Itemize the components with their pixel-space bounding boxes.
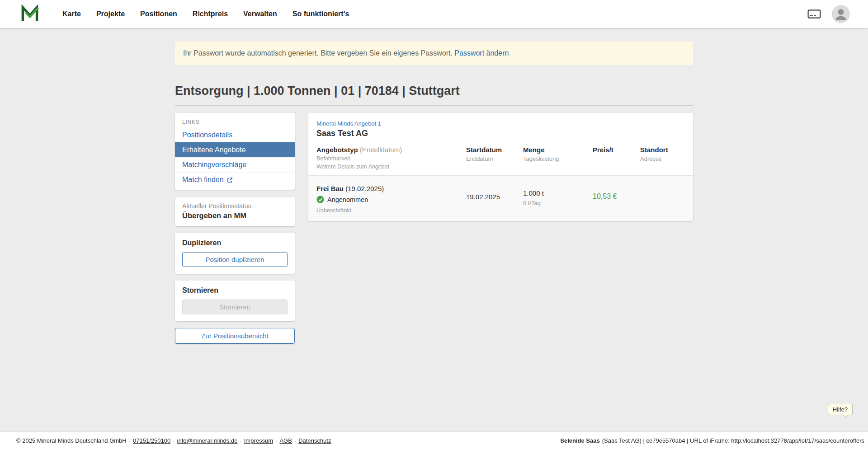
sidebar-item-matchingvorschlaege[interactable]: Matchingvorschläge: [175, 157, 295, 172]
offer-status-label: Angenommen: [327, 196, 368, 203]
position-overview-button[interactable]: Zur Positionsübersicht: [175, 328, 295, 344]
footer-phone-link[interactable]: 07151/250100: [133, 437, 170, 444]
footer-separator: ·: [129, 437, 131, 444]
navbar-right: [807, 5, 850, 23]
footer-separator: ·: [240, 437, 241, 444]
column-sublabel: (Erstelldatum): [360, 146, 402, 154]
offer-accessibility: Unbeschränkt: [316, 207, 466, 214]
offer-type: Frei Bau: [316, 185, 344, 192]
position-status-card: Aktueller Positionsstatus: Übergeben an …: [175, 197, 295, 226]
column-label: Standort: [640, 146, 685, 154]
footer-copyright: © 2025 Mineral Minds Deutschland GmbH: [16, 437, 127, 444]
footer-agb-link[interactable]: AGB: [279, 437, 292, 444]
nav-item-verwalten[interactable]: Verwalten: [243, 10, 277, 18]
offer-amount: 1.000 t: [523, 189, 593, 197]
offer-company-name: Saas Test AG: [316, 129, 685, 138]
cancel-card: Stornieren Stornieren: [175, 281, 295, 321]
nav-item-positionen[interactable]: Positionen: [140, 10, 177, 18]
sidebar-item-label: Matchingvorschläge: [182, 161, 246, 169]
help-button[interactable]: Hilfe?: [828, 404, 853, 415]
column-label: Startdatum: [466, 146, 523, 154]
mineral-minds-logo-icon[interactable]: [20, 4, 40, 24]
sidebar-item-label: Positionsdetails: [182, 131, 232, 139]
user-avatar[interactable]: [832, 5, 850, 23]
footer-separator: ·: [275, 437, 277, 444]
offer-created-date: (19.02.2025): [345, 185, 384, 192]
column-sublabel: Enddatum: [466, 155, 523, 162]
column-preis: Preis/t: [593, 146, 640, 170]
offer-price: 10,53 €: [593, 192, 640, 201]
external-link-icon: [227, 177, 233, 183]
column-menge: Menge Tagesleistung: [523, 146, 593, 170]
sidebar-item-label: Erhaltene Angebote: [182, 146, 246, 154]
footer-session-info: Selenide Saas (Saas Test AG) | ce79e5570…: [560, 437, 864, 444]
cancel-card-title: Stornieren: [182, 286, 288, 295]
page-title: Entsorgung | 1.000 Tonnen | 01 | 70184 |…: [175, 84, 693, 98]
top-navbar: Karte Projekte Positionen Richtpreis Ver…: [0, 0, 868, 28]
position-status-label: Aktueller Positionsstatus:: [182, 202, 288, 210]
footer: © 2025 Mineral Minds Deutschland GmbH · …: [0, 432, 868, 449]
offer-row-type-cell: Frei Bau (19.02.2025) Angenommen: [316, 185, 466, 214]
column-label: Menge: [523, 146, 593, 154]
footer-user-name: Selenide Saas: [560, 437, 599, 444]
change-password-link[interactable]: Passwort ändern: [454, 49, 509, 57]
sidebar-item-erhaltene-angebote[interactable]: Erhaltene Angebote: [175, 142, 295, 157]
offer-row-start-cell: 19.02.2025: [466, 185, 523, 214]
main-content: Ihr Passwort wurde automatisch generiert…: [175, 42, 693, 344]
footer-session-details: (Saas Test AG) | ce79e5570ab4 | URL of i…: [602, 437, 864, 444]
nav-item-projekte[interactable]: Projekte: [96, 10, 125, 18]
column-weitere-details: Weitere Details zum Angebot: [316, 164, 466, 170]
duplicate-position-button[interactable]: Position duplizieren: [182, 252, 288, 267]
footer-datenschutz-link[interactable]: Datenschutz: [298, 437, 331, 444]
column-angebotstyp: Angebotstyp (Erstelldatum) Befahrbarkeit…: [316, 146, 466, 170]
links-card: LINKS Positionsdetails Erhaltene Angebot…: [175, 113, 295, 190]
offer-status: Angenommen: [316, 196, 466, 203]
sidebar-item-positionsdetails[interactable]: Positionsdetails: [175, 128, 295, 142]
offer-card: Mineral Minds Angebot 1 Saas Test AG Ang…: [308, 113, 693, 221]
password-alert-text: Ihr Passwort wurde automatisch generiert…: [183, 49, 453, 57]
column-befahrbarkeit: Befahrbarkeit: [316, 155, 466, 162]
column-startdatum: Startdatum Enddatum: [466, 146, 523, 170]
column-label: Preis/t: [593, 146, 640, 154]
footer-separator: ·: [294, 437, 296, 444]
column-standort: Standort Adresse: [640, 146, 685, 170]
offer-table-header: Angebotstyp (Erstelldatum) Befahrbarkeit…: [308, 146, 693, 175]
footer-left: © 2025 Mineral Minds Deutschland GmbH · …: [16, 437, 331, 444]
sidebar-item-match-finden[interactable]: Match finden: [175, 172, 295, 187]
offer-row-location-cell: [640, 185, 685, 214]
password-alert: Ihr Passwort wurde automatisch generiert…: [175, 42, 693, 65]
nav-item-richtpreis[interactable]: Richtpreis: [193, 10, 228, 18]
offer-card-header: Mineral Minds Angebot 1 Saas Test AG: [308, 113, 693, 138]
footer-separator: ·: [173, 437, 175, 444]
main-nav: Karte Projekte Positionen Richtpreis Ver…: [62, 10, 349, 18]
cancel-position-button[interactable]: Stornieren: [182, 299, 288, 314]
column-sublabel: Adresse: [640, 155, 685, 162]
nav-item-so-funktionierts[interactable]: So funktioniert's: [292, 10, 349, 18]
column-label: Angebotstyp: [316, 146, 358, 154]
payment-card-icon[interactable]: [807, 9, 821, 19]
duplicate-card: Duplizieren Position duplizieren: [175, 233, 295, 274]
position-status-value: Übergeben an MM: [182, 211, 288, 220]
nav-item-karte[interactable]: Karte: [62, 10, 81, 18]
sidebar-item-label: Match finden: [182, 176, 224, 184]
offer-row[interactable]: Frei Bau (19.02.2025) Angenommen: [308, 175, 693, 221]
footer-impressum-link[interactable]: Impressum: [244, 437, 273, 444]
check-circle-icon: [316, 196, 324, 203]
left-sidebar: LINKS Positionsdetails Erhaltene Angebot…: [175, 113, 295, 344]
content-row: LINKS Positionsdetails Erhaltene Angebot…: [175, 113, 693, 344]
offer-row-price-cell: 10,53 €: [593, 185, 640, 214]
duplicate-card-title: Duplizieren: [182, 239, 288, 247]
offer-subtitle-link[interactable]: Mineral Minds Angebot 1: [316, 120, 685, 127]
links-card-header: LINKS: [175, 115, 295, 128]
offers-column: Mineral Minds Angebot 1 Saas Test AG Ang…: [308, 113, 693, 221]
offer-row-amount-cell: 1.000 t 0 t/Tag: [523, 185, 593, 214]
title-divider: [175, 105, 693, 106]
offer-daily-output: 0 t/Tag: [523, 200, 593, 206]
column-sublabel: Tagesleistung: [523, 155, 593, 162]
offer-start-date: 19.02.2025: [466, 193, 523, 201]
footer-email-link[interactable]: info@mineral-minds.de: [177, 437, 238, 444]
